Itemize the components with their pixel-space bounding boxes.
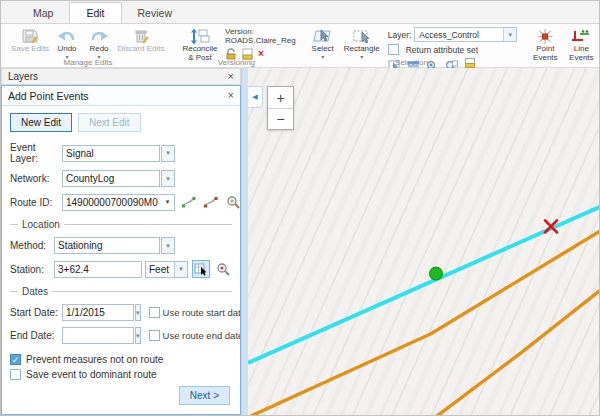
station-input-box[interactable] [54,261,142,278]
units-select[interactable]: Feet ▾ [145,261,188,278]
method-select[interactable]: Stationing [54,237,160,254]
tab-review[interactable]: Review [122,3,188,23]
event-layer-select[interactable]: Signal [62,145,160,162]
zoom-in-button[interactable]: + [268,87,293,108]
version-label: Version: [225,27,296,36]
end-date-input[interactable] [63,330,133,341]
line-events-icon [571,27,591,45]
version-value: ROADS.Claire_Reg [225,36,296,45]
chevron-down-icon: ▾ [136,328,140,343]
event-layer-label: Event Layer: [10,142,62,164]
undo-button[interactable]: Undo ▾ [52,27,82,60]
event-point-marker[interactable] [430,267,443,280]
start-date-input-box[interactable] [62,304,134,321]
end-date-dropdown-button[interactable]: ▾ [135,327,141,344]
new-edit-button[interactable]: New Edit [10,113,72,132]
use-route-end-date-checkbox[interactable] [149,330,160,341]
route-id-label: Route ID: [10,197,62,208]
end-date-label: End Date: [10,330,62,341]
add-point-events-header: Add Point Events × [2,86,240,106]
secondary-route-line[interactable] [433,290,599,415]
start-date-dropdown-button[interactable]: ▾ [135,304,141,321]
station-zoom-icon[interactable] [214,260,232,278]
dates-section-divider: Dates [10,286,232,297]
next-button[interactable]: Next > [179,386,230,405]
layers-pane-title: Layers [8,71,228,82]
location-section-divider: Location [10,219,232,230]
layer-combo-arrow-icon: ▾ [503,28,516,41]
group-edit-events: Point Events Line Events Event Replaceme… [523,25,600,67]
return-attribute-set-checkbox[interactable] [388,44,399,55]
secondary-route-line[interactable] [251,230,599,415]
save-edits-button[interactable]: Save Edits [10,27,50,54]
collapse-arrow-icon: ◀ [252,93,257,101]
start-date-label: Start Date: [10,307,62,318]
select-route-from-selection-icon[interactable] [201,193,219,211]
panel-splitter[interactable] [241,68,248,415]
zoom-out-button[interactable]: − [268,108,293,129]
end-date-input-box[interactable] [62,327,134,344]
route-id-combobox[interactable]: ▾ [62,194,175,211]
chevron-down-icon: ▾ [136,305,140,320]
pick-location-on-map-button[interactable] [192,260,210,278]
method-dropdown-button[interactable]: ▾ [161,237,175,254]
layer-label: Layer: [388,30,412,40]
discard-icon [133,27,149,45]
route-id-input[interactable] [63,197,161,208]
network-label: Network: [10,173,62,184]
group-versioning: Reconcile & Post Version: ROADS.Claire_R… [173,25,300,67]
chevron-down-icon: ▾ [162,238,174,253]
chevron-down-icon: ▾ [162,171,174,186]
select-route-on-map-icon[interactable] [179,193,197,211]
rectangle-select-icon [352,27,372,45]
redo-button[interactable]: Redo ▾ [84,27,114,60]
save-dominant-route-checkbox[interactable] [10,369,21,380]
network-select[interactable]: CountyLog [62,170,160,187]
group-selection: Select ▾ Rectangle ▾ Layer: Access_Contr… [302,25,522,67]
select-button[interactable]: Select ▾ [307,27,339,60]
pane-title: Add Point Events [8,90,228,102]
chevron-down-icon: ▾ [161,195,174,210]
add-point-events-pane: Add Point Events × New Edit Next Edit Ev… [1,85,241,415]
next-edit-button[interactable]: Next Edit [78,113,141,132]
tab-map[interactable]: Map [17,3,69,23]
start-date-input[interactable] [63,307,133,318]
rectangle-select-button[interactable]: Rectangle ▾ [341,27,383,60]
map-features [248,68,599,415]
left-panel: Layers × Add Point Events × New Edit Nex… [1,68,241,415]
save-icon [21,27,39,45]
tab-edit[interactable]: Edit [69,2,121,23]
prevent-measures-checkbox[interactable]: ✓ [10,354,21,365]
discard-edits-button[interactable]: Discard Edits [116,27,166,54]
layers-pane-header[interactable]: Layers × [1,68,241,85]
collapse-panel-tab[interactable]: ◀ [248,86,263,108]
pane-close-icon[interactable]: × [228,90,234,101]
map-view[interactable]: ◀ + − [248,68,599,415]
ribbon-tab-bar: Map Edit Review [1,1,599,24]
method-label: Method: [10,240,54,251]
layers-close-icon[interactable]: × [228,71,234,82]
use-route-start-date-checkbox[interactable] [149,307,160,318]
station-input[interactable] [55,264,141,275]
select-icon [313,27,333,45]
redo-icon [89,27,109,45]
layer-combobox[interactable]: Access_Control ▾ [414,27,517,42]
app-window: Map Edit Review Save Edits Undo ▾ [0,0,600,416]
chevron-down-icon: ▾ [162,146,174,161]
group-manage-edits: Save Edits Undo ▾ Redo ▾ Discar [5,25,171,67]
chevron-down-icon: ▾ [174,262,187,277]
station-label: Station: [10,264,54,275]
reconcile-post-icon [190,27,210,45]
route-zoom-icon[interactable]: ▾ [223,193,240,211]
map-zoom-control: + − [267,86,294,130]
event-layer-dropdown-button[interactable]: ▾ [161,145,175,162]
ribbon: Save Edits Undo ▾ Redo ▾ Discar [1,24,599,68]
network-dropdown-button[interactable]: ▾ [161,170,175,187]
undo-icon [57,27,77,45]
point-events-icon [536,27,554,45]
